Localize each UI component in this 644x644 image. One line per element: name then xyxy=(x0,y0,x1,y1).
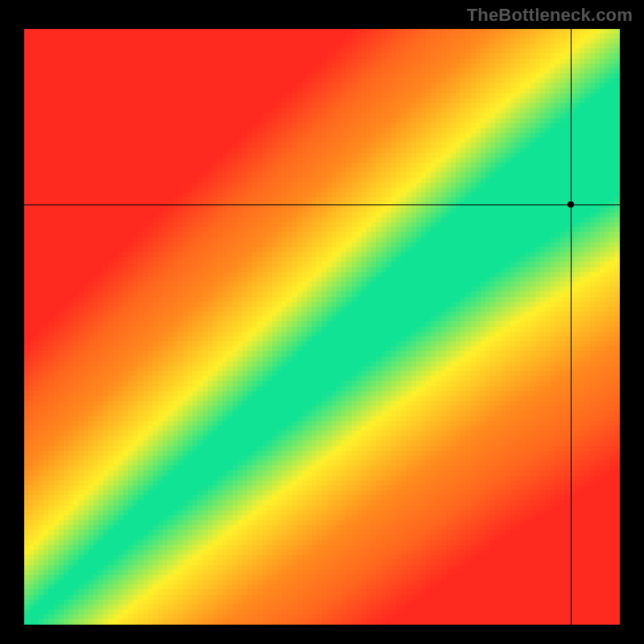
watermark-text: TheBottleneck.com xyxy=(467,5,633,26)
heatmap-canvas xyxy=(24,29,620,625)
chart-frame: TheBottleneck.com xyxy=(0,0,644,644)
heatmap-plot xyxy=(24,29,620,625)
